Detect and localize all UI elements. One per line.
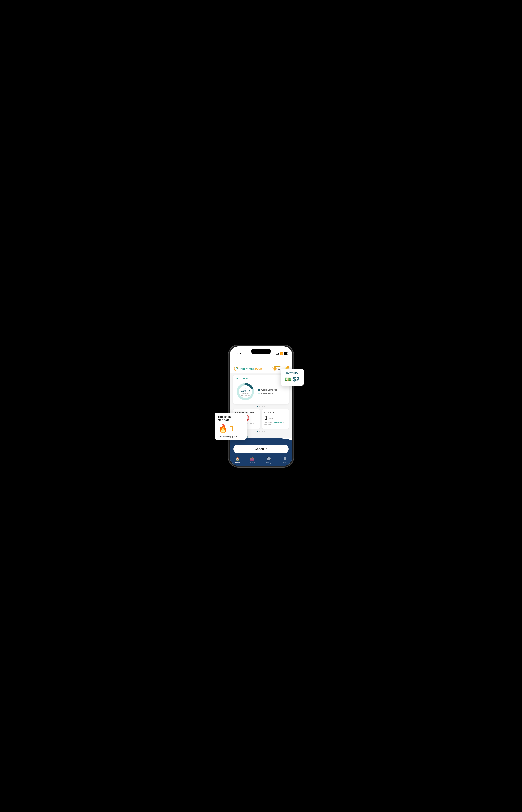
tab-more[interactable]: ⠿ More [283, 457, 287, 464]
donut-label: completed 30 remaining [241, 393, 250, 397]
dynamic-island [251, 349, 271, 354]
dot-2-active[interactable] [257, 431, 258, 432]
donut-weeks: 6 weeks [241, 386, 250, 393]
logo-icon [234, 367, 239, 371]
rewards-title: REWARDS [284, 371, 300, 374]
logo-text-2: 2Quit [254, 367, 262, 371]
app-screen: 10:12 📶 [230, 347, 292, 466]
rewards-amount: $2 [293, 376, 300, 383]
wifi-icon: 📶 [280, 352, 283, 355]
battery-icon [284, 353, 288, 355]
more-icon: ⠿ [284, 457, 286, 461]
dot-2-3[interactable] [262, 431, 263, 432]
bottom-container: Check in 🏠 Home 👛 Wallet 💬 [230, 438, 292, 466]
phone: 10:12 📶 [229, 345, 293, 467]
legend-dot-remaining [258, 393, 260, 394]
progress-content: 6 weeks completed 30 remaining [236, 382, 286, 401]
progress-section-label: PROGRESS [236, 377, 286, 380]
legend-dot-completed [258, 389, 260, 391]
tab-messages[interactable]: 💬 Messages [265, 457, 273, 464]
pagination-dots-1 [230, 404, 292, 409]
donut-center: 6 weeks completed 30 remaining [241, 386, 250, 397]
signal-bar-1 [276, 354, 277, 355]
co-intake-unit: PPM [269, 417, 273, 420]
dot-2-4[interactable] [264, 431, 265, 432]
home-icon: 🏠 [235, 457, 240, 461]
rewards-value-row: 💵 $2 [284, 376, 300, 383]
signal-bar-4 [279, 353, 279, 355]
dot-2-2[interactable] [259, 431, 260, 432]
tab-home-label: Home [235, 462, 240, 464]
coin-circle: $ [273, 367, 277, 371]
co-intake-desc: Your average decreased in past week. [264, 422, 287, 426]
signal-bar-2 [277, 354, 278, 355]
svg-point-0 [237, 367, 238, 368]
signal-bars [276, 353, 279, 355]
dot-1-4[interactable] [264, 406, 265, 407]
streak-title: CHECK INSTREAK [218, 415, 243, 422]
rewards-card: REWARDS 💵 $2 [281, 369, 304, 386]
co-intake-card: CO INTAKE 1 PPM Your average decreased i… [262, 409, 289, 429]
dot-1-active[interactable] [257, 406, 258, 407]
status-time: 10:12 [234, 352, 241, 355]
bell-badge: 1 [287, 366, 289, 369]
battery-fill [284, 353, 287, 354]
streak-number: 1 [230, 423, 235, 433]
co-intake-value-row: 1 PPM [264, 415, 287, 420]
legend-item-completed: Weeks Completed [258, 389, 277, 391]
flame-icon: 🔥 [218, 424, 228, 433]
messages-icon: 💬 [266, 457, 271, 461]
tab-home[interactable]: 🏠 Home [235, 457, 240, 464]
phone-screen: 10:12 📶 [230, 347, 292, 466]
logo-text: Incentives2Quit [240, 367, 262, 371]
logo-text-1: Incentives [240, 367, 254, 371]
scene: REWARDS 💵 $2 CHECK INSTREAK 🔥 1 You're d… [220, 342, 302, 471]
tab-wallet-label: Wallet [250, 462, 255, 464]
check-in-streak-card: CHECK INSTREAK 🔥 1 You're doing great! [215, 413, 247, 440]
donut-wrapper: 6 weeks completed 30 remaining [236, 382, 255, 401]
streak-value-row: 🔥 1 [218, 423, 243, 433]
coin-amount: $2 [278, 368, 280, 370]
tab-wallet[interactable]: 👛 Wallet [250, 457, 255, 464]
tab-messages-label: Messages [265, 462, 273, 464]
dot-1-2[interactable] [259, 406, 260, 407]
wallet-icon: 👛 [250, 457, 254, 461]
legend-label-completed: Weeks Completed [261, 389, 277, 391]
signal-bar-3 [278, 353, 279, 355]
legend-item-remaining: Weeks Remaining [258, 392, 277, 394]
co-intake-number: 1 [264, 415, 268, 420]
logo-area: Incentives2Quit [234, 367, 262, 371]
streak-message: You're doing great! [218, 435, 243, 438]
status-icons: 📶 [276, 352, 288, 355]
money-icon: 💵 [285, 376, 291, 382]
co-intake-desc-green: decreased [275, 422, 282, 423]
tab-more-label: More [283, 462, 287, 464]
legend-label-remaining: Weeks Remaining [261, 392, 277, 394]
legend: Weeks Completed Weeks Remaining [258, 389, 277, 394]
check-in-button[interactable]: Check in [234, 445, 288, 453]
co-intake-title: CO INTAKE [264, 412, 287, 413]
dot-1-3[interactable] [262, 406, 263, 407]
tab-bar: 🏠 Home 👛 Wallet 💬 Messages ⠿ [230, 456, 292, 466]
bottom-area: Check in [230, 443, 292, 456]
